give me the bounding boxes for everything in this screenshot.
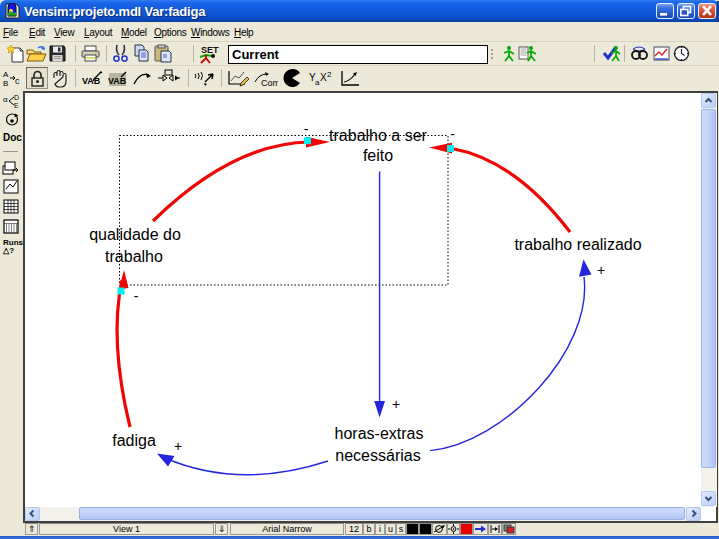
svg-text:α: α bbox=[3, 95, 8, 104]
svg-text:A: A bbox=[3, 70, 9, 79]
svg-text:necessárias: necessárias bbox=[335, 447, 420, 464]
svg-text:feito: feito bbox=[363, 147, 393, 164]
svg-text:D: D bbox=[14, 94, 19, 101]
svg-text:+: + bbox=[597, 262, 605, 278]
svg-text:+: + bbox=[392, 396, 400, 412]
svg-text:trabalho a ser: trabalho a ser bbox=[329, 127, 428, 144]
svg-text:VAB: VAB bbox=[108, 76, 127, 86]
svg-text:trabalho realizado: trabalho realizado bbox=[514, 236, 641, 253]
svg-text:SET: SET bbox=[201, 45, 219, 55]
svg-text:E: E bbox=[14, 102, 19, 109]
svg-text:-: - bbox=[450, 126, 455, 142]
svg-text:Com: Com bbox=[261, 78, 278, 88]
svg-text:-: - bbox=[304, 121, 309, 137]
svg-text:trabalho: trabalho bbox=[105, 248, 163, 265]
svg-text:c: c bbox=[15, 76, 20, 86]
svg-text:qualidade do: qualidade do bbox=[89, 226, 181, 243]
svg-text:+: + bbox=[174, 438, 182, 454]
svg-text:2: 2 bbox=[327, 70, 332, 79]
svg-text:fadiga: fadiga bbox=[112, 432, 156, 449]
svg-text:X: X bbox=[320, 72, 327, 83]
svg-text:-: - bbox=[134, 288, 139, 304]
svg-text:B: B bbox=[3, 79, 8, 88]
svg-text:VAB: VAB bbox=[82, 76, 101, 86]
svg-text:horas-extras: horas-extras bbox=[335, 425, 424, 442]
